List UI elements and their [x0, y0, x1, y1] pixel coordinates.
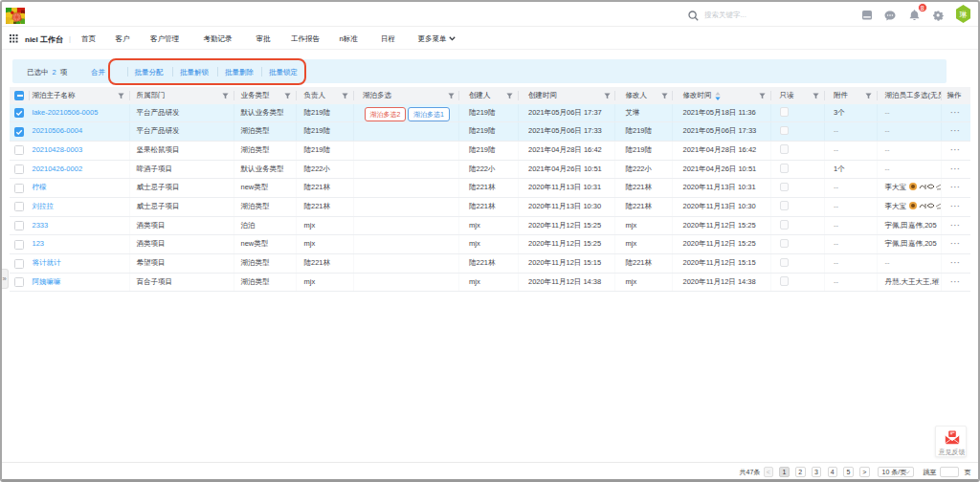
svg-text:琳: 琳 — [960, 11, 968, 19]
